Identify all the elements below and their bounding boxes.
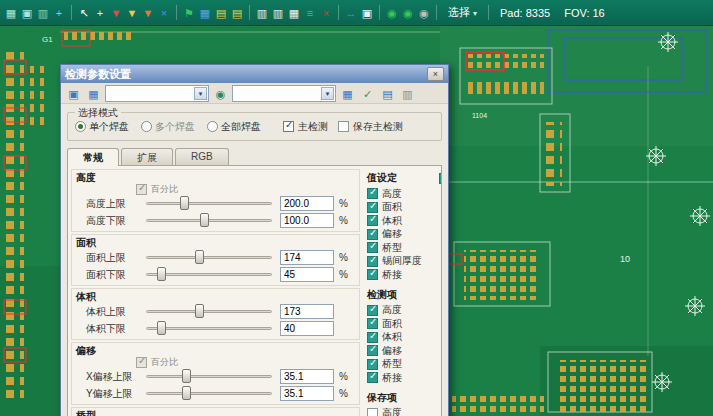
checkbox[interactable] <box>367 332 378 343</box>
radio-all-pads[interactable]: 全部焊盘 <box>207 120 261 134</box>
close-red-icon[interactable]: × <box>318 4 334 22</box>
detect-item-area[interactable]: 面积 <box>367 317 442 331</box>
percent-checkbox[interactable] <box>136 357 147 368</box>
x-offset-slider[interactable] <box>146 369 272 384</box>
detect-item-volume[interactable]: 体积 <box>367 331 442 345</box>
checkbox[interactable] <box>367 269 378 280</box>
save-item-height[interactable]: 高度 <box>367 407 442 416</box>
pin-red-icon[interactable]: ▼ <box>108 4 124 22</box>
grid-icon[interactable]: ▦ <box>339 85 356 101</box>
slider-thumb[interactable] <box>200 213 209 227</box>
parameter-set-combo[interactable]: ▾ <box>232 85 336 102</box>
y-offset-slider[interactable] <box>146 386 272 401</box>
value-item-offset[interactable]: 偏移 <box>367 228 442 242</box>
swap-icon[interactable]: ↔ <box>343 4 359 22</box>
list-icon[interactable]: ≡ <box>302 4 318 22</box>
radio-single-pad[interactable]: 单个焊盘 <box>75 120 129 134</box>
checkbox[interactable] <box>367 305 378 316</box>
slider-thumb[interactable] <box>157 267 166 281</box>
save-icon[interactable]: ▦ <box>85 85 102 101</box>
database-icon[interactable]: ▤ <box>213 4 229 22</box>
radio-multiple-pads[interactable]: 多个焊盘 <box>141 120 195 134</box>
tab-rgb[interactable]: RGB <box>175 148 229 166</box>
delete-x-icon[interactable]: × <box>156 4 172 22</box>
area-upper-input[interactable] <box>280 250 334 265</box>
dialog-titlebar[interactable]: 检测参数设置 × <box>61 65 448 83</box>
table2-icon[interactable]: ▥ <box>270 4 286 22</box>
detect-item-bridge[interactable]: 桥型 <box>367 358 442 372</box>
value-item-bridging[interactable]: 桥接 <box>367 268 442 282</box>
target-icon[interactable]: ◉ <box>212 85 229 101</box>
volume-upper-slider[interactable] <box>146 304 272 319</box>
flag-icon[interactable]: ⚑ <box>181 4 197 22</box>
percent-checkbox[interactable] <box>136 184 147 195</box>
checkbox[interactable] <box>367 242 378 253</box>
value-item-bridge[interactable]: 桥型 <box>367 241 442 255</box>
component-icon[interactable]: ▥ <box>35 4 51 22</box>
slider-thumb[interactable] <box>195 304 204 318</box>
height-lower-slider[interactable] <box>146 213 272 228</box>
value-item-height[interactable]: 高度 <box>367 187 442 201</box>
detect-item-height[interactable]: 高度 <box>367 304 442 318</box>
checkbox[interactable] <box>367 202 378 213</box>
volume-upper-input[interactable] <box>280 304 334 319</box>
volume-lower-slider[interactable] <box>146 321 272 336</box>
checkbox[interactable] <box>367 408 378 416</box>
height-upper-slider[interactable] <box>146 196 272 211</box>
start-icon[interactable]: ◉ <box>384 4 400 22</box>
area-lower-input[interactable] <box>280 267 334 282</box>
checkbox[interactable] <box>367 188 378 199</box>
tab-extended[interactable]: 扩展 <box>121 148 173 166</box>
board-view-icon[interactable]: ▣ <box>19 4 35 22</box>
value-setting-master-checkbox[interactable] <box>439 173 442 184</box>
area-upper-slider[interactable] <box>146 250 272 265</box>
close-button[interactable]: × <box>427 67 444 81</box>
checkbox[interactable] <box>367 215 378 226</box>
checkbox[interactable] <box>367 345 378 356</box>
select-mode-button[interactable]: 选择▾ <box>448 5 477 20</box>
stop-icon[interactable]: ◉ <box>416 4 432 22</box>
panel-icon[interactable]: ▣ <box>359 4 375 22</box>
detect-item-offset[interactable]: 偏移 <box>367 344 442 358</box>
crosshair-icon[interactable]: + <box>92 4 108 22</box>
area-lower-slider[interactable] <box>146 267 272 282</box>
checkbox[interactable] <box>367 229 378 240</box>
value-item-area[interactable]: 面积 <box>367 201 442 215</box>
database2-icon[interactable]: ▤ <box>229 4 245 22</box>
layers-icon[interactable]: ▤ <box>379 85 396 101</box>
pad-group-combo[interactable]: ▾ <box>105 85 209 102</box>
measure-icon[interactable]: + <box>51 4 67 22</box>
main-detect-checkbox[interactable]: 主检测 <box>283 120 328 134</box>
pin-orange-icon[interactable]: ▼ <box>140 4 156 22</box>
chevron-down-icon[interactable]: ▾ <box>321 87 334 100</box>
checkbox[interactable] <box>283 121 294 132</box>
open-icon[interactable]: ▣ <box>65 85 82 101</box>
slider-thumb[interactable] <box>182 369 191 383</box>
slider-thumb[interactable] <box>195 250 204 264</box>
height-lower-input[interactable] <box>280 213 334 228</box>
slider-thumb[interactable] <box>182 386 191 400</box>
y-offset-input[interactable] <box>280 386 334 401</box>
cursor-icon[interactable]: ↖ <box>76 4 92 22</box>
detect-item-bridging[interactable]: 桥接 <box>367 371 442 385</box>
checkbox[interactable] <box>367 359 378 370</box>
value-item-volume[interactable]: 体积 <box>367 214 442 228</box>
columns-icon[interactable]: ▦ <box>286 4 302 22</box>
volume-lower-input[interactable] <box>280 321 334 336</box>
height-upper-input[interactable] <box>280 196 334 211</box>
checkbox[interactable] <box>367 372 378 383</box>
value-item-solder-gap[interactable]: 锡间厚度 <box>367 255 442 269</box>
slider-thumb[interactable] <box>180 196 189 210</box>
checkbox[interactable] <box>367 256 378 267</box>
slider-thumb[interactable] <box>157 321 166 335</box>
save-main-detect-checkbox[interactable]: 保存主检测 <box>338 120 403 134</box>
pin-yellow-icon[interactable]: ▼ <box>124 4 140 22</box>
app-grid-icon[interactable]: ▦ <box>3 4 19 22</box>
run-icon[interactable]: ◉ <box>400 4 416 22</box>
grid-blue-icon[interactable]: ▦ <box>197 4 213 22</box>
tab-general[interactable]: 常规 <box>67 148 119 166</box>
table-icon[interactable]: ▥ <box>254 4 270 22</box>
chevron-down-icon[interactable]: ▾ <box>194 87 207 100</box>
checkbox[interactable] <box>338 121 349 132</box>
checkbox[interactable] <box>367 318 378 329</box>
